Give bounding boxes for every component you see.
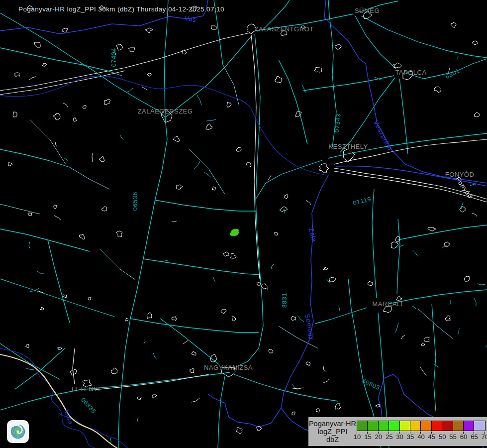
settlement-outline [232,317,236,321]
road-stub [25,368,34,370]
road-stub [472,213,477,217]
settlement-outline [434,87,441,93]
road-path [0,48,122,76]
settlement-outline [474,112,480,117]
city-label: MARCALI [372,300,402,308]
legend-tick-label: 20 [375,433,382,441]
road-path [0,279,114,317]
road-path [0,229,90,251]
road-path [432,304,436,411]
legend-text-block: Poganyvar-HR logZ_PPI dbZ [308,417,357,446]
settlement-outline [257,282,261,286]
legend-scale: 10152025303540455055606570 [357,421,486,446]
road-stub [63,103,68,108]
radar-title: Poganyvar-HR logZ_PPI 30km (dbZ) Thursda… [18,5,224,13]
settlement-outline [63,295,67,298]
legend-color-cell [410,421,421,431]
road-stub [144,340,145,344]
legend-product: logZ_PPI [308,428,357,436]
road-stub [213,277,215,282]
settlement-outline [223,252,229,256]
road-path [155,200,256,211]
settlement-outline [460,207,465,212]
settlement-outline [206,124,212,130]
road-path [315,308,367,324]
radar-echo [230,232,235,236]
road-path [233,34,263,368]
settlement-outline [368,281,373,286]
white-road-path [0,68,125,91]
settlement-outline [306,362,310,365]
settlement-outline [285,194,288,199]
settlement-outline [393,63,401,68]
road-stub [172,221,177,222]
road-stub [183,340,188,344]
settlement-outline [329,277,336,282]
city-label: SÜMEG [355,7,380,14]
road-stub [127,88,133,92]
radar-map-canvas [0,0,487,448]
settlement-outline [54,205,57,209]
road-stub [450,300,451,305]
road-stub [292,384,298,390]
settlement-outline [236,147,241,151]
settlement-outline [40,307,44,310]
settlement-outline [280,207,288,212]
road-number-label: 07404 [110,48,117,67]
white-road-path [125,33,250,68]
spiral-arc [16,430,20,434]
settlement-outline [383,307,391,313]
settlement-outline [212,187,215,190]
road-stub [92,153,93,162]
settlement-outline [173,136,180,142]
legend-tick-label: 50 [439,433,446,441]
road-stub [268,175,271,180]
road-stub [271,264,274,269]
legend-ticks: 10152025303540455055606570 [357,432,486,441]
city-label: NAGYKANIZSA [204,364,253,371]
settlement-outline [190,368,194,373]
road-stub [297,316,304,322]
road-path [303,76,394,91]
met-service-logo [7,420,29,443]
road-stub [204,172,211,177]
settlement-outline [472,41,478,45]
road-stub [323,366,325,372]
settlement-outline [451,22,456,28]
road-stub [412,307,416,309]
spiral-icon [8,422,27,441]
road-stub [29,242,30,248]
city-label: LETENYE [72,385,103,393]
settlement-outline [42,63,47,66]
settlement-outline [172,317,177,321]
road-path [218,376,225,448]
road-stub [137,417,138,422]
legend-color-cell [389,421,399,431]
legend-color-cell [432,421,442,431]
road-stub [37,271,44,273]
settlement-outline [246,162,251,167]
settlement-outline [319,164,329,173]
road-stub [194,161,200,169]
settlement-outline [236,428,242,434]
legend-tick-label: 45 [428,433,435,441]
county-boundary-path [324,0,487,183]
road-stub [55,142,57,146]
legend-color-cell [474,421,484,431]
legend-tick-label: 55 [449,433,456,441]
legend-color-cell [464,421,474,431]
settlement-outline [428,227,436,231]
road-stub [470,184,476,186]
road-stub [337,306,340,311]
road-path [160,319,219,364]
settlement-outline [13,112,17,117]
white-road-path [73,348,75,384]
legend-colorbar [357,421,486,431]
road-stub [120,135,123,140]
legend-color-cell [453,421,464,431]
road-stub [29,77,36,80]
road-stub [153,353,157,359]
road-stub [412,250,418,256]
settlement-outline [291,316,296,321]
city-label: ZALASZENTGRÓT [254,25,313,33]
